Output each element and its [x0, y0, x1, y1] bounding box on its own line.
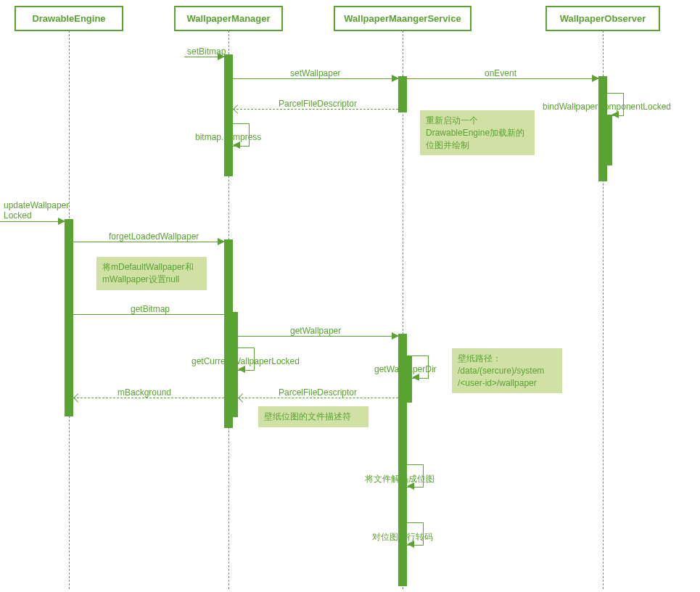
- label-updatewallpaper-1: updateWallpaper: [4, 200, 69, 210]
- activation-wo-1b: [605, 115, 612, 165]
- activation-wm-1: [224, 54, 233, 176]
- activation-wms-2b: [405, 355, 412, 403]
- arrow-onevent: [407, 78, 598, 79]
- arrowhead-pfd-2: [238, 393, 247, 403]
- arrow-forgetloaded: [73, 242, 224, 242]
- participant-wallpaper-manager-service: WallpaperMaangerService: [334, 6, 472, 31]
- participant-wallpaper-observer: WallpaperObserver: [545, 6, 660, 31]
- arrow-pfd-1: [233, 109, 398, 110]
- arrowhead-mbackground: [73, 393, 83, 403]
- label-transcode: 对位图进行转码: [372, 531, 433, 543]
- arrow-getbitmap: [73, 314, 231, 315]
- label-forgetloaded: forgetLoadedWallpaper: [109, 231, 199, 242]
- label-updatewallpaper: updateWallpaper Locked: [4, 200, 69, 221]
- label-onevent: onEvent: [485, 68, 516, 78]
- label-mbackground: mBackground: [118, 387, 171, 398]
- arrow-pfd-2: [238, 398, 398, 398]
- participant-wallpaper-manager: WallpaperManager: [174, 6, 283, 31]
- label-getcurrentwallpaper: getCurrentWallpaperLocked: [192, 356, 300, 366]
- label-pfd-2: ParcelFileDescriptor: [279, 387, 357, 398]
- label-setbitmap: setBitmap: [187, 46, 226, 57]
- arrowhead-getbitmap: [224, 311, 231, 318]
- note-wallpaper-path-3: /<user-id>/wallpaper: [458, 378, 537, 388]
- label-getwallpaper: getWallpaper: [290, 326, 341, 336]
- activation-wms-1: [398, 76, 407, 112]
- label-bitmapcompress: bitmap.compress: [195, 132, 261, 142]
- note-wallpaper-path-1: 壁纸路径：: [458, 353, 501, 363]
- arrowhead-forgetloaded: [218, 238, 225, 245]
- label-getbitmap: getBitmap: [131, 304, 170, 314]
- arrowhead-getwallpaperdir: [412, 374, 419, 381]
- label-pfd-1: ParcelFileDescriptor: [279, 99, 357, 109]
- arrow-getwallpaper: [238, 336, 398, 337]
- activation-de-1: [65, 219, 73, 416]
- arrow-mbackground: [73, 398, 224, 398]
- note-file-descriptor: 壁纸位图的文件描述符: [258, 406, 368, 427]
- note-wallpaper-path-2: /data/(sercure)/system: [458, 366, 544, 376]
- arrowhead-onevent: [592, 75, 599, 82]
- arrowhead-bindwallpaper: [612, 111, 619, 118]
- participant-drawable-engine: DrawableEngine: [15, 6, 123, 31]
- note-set-null: 将mDefaultWallpaper和mWallpaper设置null: [96, 257, 207, 290]
- arrow-updatewallpaper: [0, 221, 65, 222]
- label-updatewallpaper-2: Locked: [4, 210, 32, 221]
- arrowhead-getwallpaper: [392, 332, 399, 340]
- arrowhead-pfd-1: [233, 104, 242, 114]
- label-decodefile: 将文件解码成位图: [365, 473, 435, 485]
- note-wallpaper-path: 壁纸路径： /data/(sercure)/system /<user-id>/…: [452, 348, 562, 393]
- arrowhead-bitmapcompress: [233, 141, 240, 149]
- arrowhead-getcurrentwallpaper: [238, 366, 245, 373]
- label-bindwallpaper: bindWallpaperComponentLocked: [543, 102, 671, 112]
- arrowhead-setwallpaper: [392, 75, 399, 82]
- label-setwallpaper: setWallpaper: [290, 68, 341, 78]
- label-getwallpaperdir: getWallpaperDir: [374, 364, 437, 374]
- note-restart-engine: 重新启动一个DrawableEngine加载新的位图并绘制: [420, 110, 535, 155]
- arrow-setwallpaper: [233, 78, 398, 79]
